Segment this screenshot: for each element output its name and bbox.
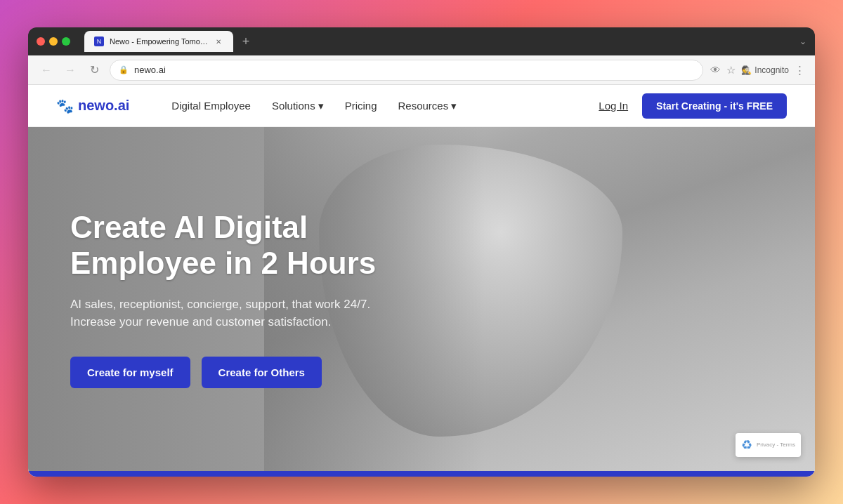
- hero-section: Create AI Digital Employee in 2 Hours AI…: [28, 127, 815, 471]
- nav-digital-employee[interactable]: Digital Employee: [171, 100, 251, 112]
- recaptcha-privacy-terms[interactable]: Privacy - Terms: [757, 442, 795, 448]
- minimize-button[interactable]: [49, 37, 58, 46]
- menu-icon[interactable]: ⋮: [795, 64, 805, 77]
- eye-off-icon[interactable]: 👁: [710, 64, 721, 76]
- nav-pricing[interactable]: Pricing: [345, 100, 377, 112]
- reload-button[interactable]: ↻: [86, 62, 103, 79]
- website-content: 🐾 newo.ai Digital Employee Solutions Pri…: [28, 85, 815, 477]
- bottom-accent-bar: [28, 471, 815, 477]
- pricing-label: Pricing: [345, 100, 377, 112]
- login-button[interactable]: Log In: [599, 100, 628, 112]
- traffic-lights: [37, 37, 70, 46]
- solutions-chevron-icon: [318, 100, 324, 112]
- create-for-myself-button[interactable]: Create for myself: [70, 357, 190, 388]
- logo-text: newo.ai: [78, 98, 129, 114]
- back-button[interactable]: ←: [38, 62, 55, 79]
- start-creating-button[interactable]: Start Creating - it's FREE: [642, 93, 787, 119]
- recaptcha-icon: ♻: [741, 437, 752, 453]
- tab-favicon: N: [94, 37, 104, 46]
- recaptcha-text: Privacy - Terms: [757, 442, 795, 449]
- maximize-button[interactable]: [62, 37, 70, 46]
- tab-chevron-icon: ⌄: [799, 37, 806, 46]
- create-for-others-button[interactable]: Create for Others: [202, 357, 322, 388]
- tab-close-icon[interactable]: ✕: [214, 37, 223, 46]
- url-input[interactable]: 🔒 newo.ai: [110, 60, 703, 81]
- hero-title: Create AI Digital Employee in 2 Hours: [70, 210, 436, 281]
- new-tab-button[interactable]: +: [236, 32, 256, 51]
- solutions-label: Solutions: [272, 100, 315, 112]
- hero-subtitle: AI sales, receptionist, concierge, suppo…: [70, 296, 379, 331]
- address-bar-row: ← → ↻ 🔒 newo.ai 👁 ☆ 🕵 Incognito ⋮: [28, 55, 815, 85]
- hero-content: Create AI Digital Employee in 2 Hours AI…: [56, 127, 450, 471]
- browser-window: N Newo - Empowering Tomorro... ✕ + ⌄ ← →…: [28, 27, 815, 477]
- digital-employee-label: Digital Employee: [171, 100, 251, 112]
- tab-bar: N Newo - Empowering Tomorro... ✕ + ⌄: [84, 31, 806, 52]
- incognito-icon: 🕵: [741, 65, 752, 75]
- logo[interactable]: 🐾 newo.ai: [56, 98, 129, 114]
- forward-button[interactable]: →: [62, 62, 79, 79]
- tab-bar-right: ⌄: [799, 37, 806, 46]
- lock-icon: 🔒: [119, 65, 129, 74]
- resources-label: Resources: [398, 100, 449, 112]
- hero-buttons: Create for myself Create for Others: [70, 357, 436, 388]
- url-text: newo.ai: [134, 65, 166, 75]
- addressbar-actions: 👁 ☆ 🕵 Incognito ⋮: [710, 64, 805, 77]
- nav-solutions[interactable]: Solutions: [272, 100, 324, 112]
- recaptcha-badge: ♻ Privacy - Terms: [736, 433, 801, 457]
- incognito-badge: 🕵 Incognito: [741, 65, 789, 75]
- titlebar: N Newo - Empowering Tomorro... ✕ + ⌄: [28, 27, 815, 55]
- nav-resources[interactable]: Resources: [398, 100, 457, 112]
- star-icon[interactable]: ☆: [726, 64, 736, 77]
- nav-actions: Log In Start Creating - it's FREE: [599, 93, 787, 119]
- incognito-label: Incognito: [754, 65, 789, 75]
- resources-chevron-icon: [451, 100, 457, 112]
- main-nav: 🐾 newo.ai Digital Employee Solutions Pri…: [28, 85, 815, 127]
- nav-links: Digital Employee Solutions Pricing Resou…: [171, 100, 570, 112]
- tab-title: Newo - Empowering Tomorro...: [110, 37, 208, 46]
- active-tab[interactable]: N Newo - Empowering Tomorro... ✕: [84, 31, 233, 52]
- logo-icon: 🐾: [56, 98, 74, 114]
- close-button[interactable]: [37, 37, 45, 46]
